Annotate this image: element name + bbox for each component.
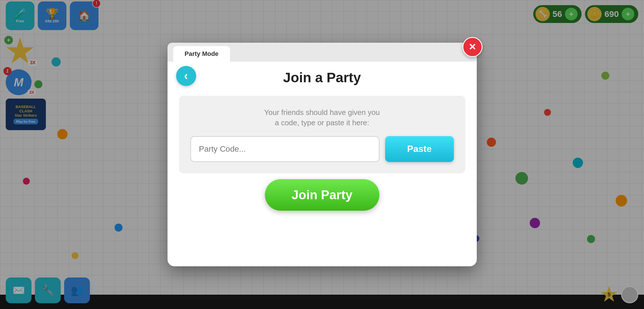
- modal-tab-bar: Party Mode: [168, 43, 477, 62]
- party-code-input[interactable]: [190, 136, 379, 162]
- paste-button[interactable]: Paste: [385, 136, 454, 162]
- back-button[interactable]: ‹: [176, 66, 196, 86]
- code-input-row: Paste: [190, 136, 454, 162]
- code-hint: Your friends should have given youa code…: [264, 107, 380, 128]
- close-button[interactable]: ✕: [462, 37, 482, 57]
- join-party-button[interactable]: Join Party: [265, 179, 379, 211]
- party-modal: ✕ Party Mode ‹ Join a Party Your friends…: [168, 43, 477, 266]
- modal-header: ‹ Join a Party: [168, 62, 477, 90]
- modal-content: Your friends should have given youa code…: [168, 90, 477, 266]
- modal-overlay: ✕ Party Mode ‹ Join a Party Your friends…: [0, 0, 644, 309]
- code-section: Your friends should have given youa code…: [179, 96, 465, 173]
- modal-title: Join a Party: [283, 70, 361, 85]
- party-mode-tab[interactable]: Party Mode: [173, 46, 230, 62]
